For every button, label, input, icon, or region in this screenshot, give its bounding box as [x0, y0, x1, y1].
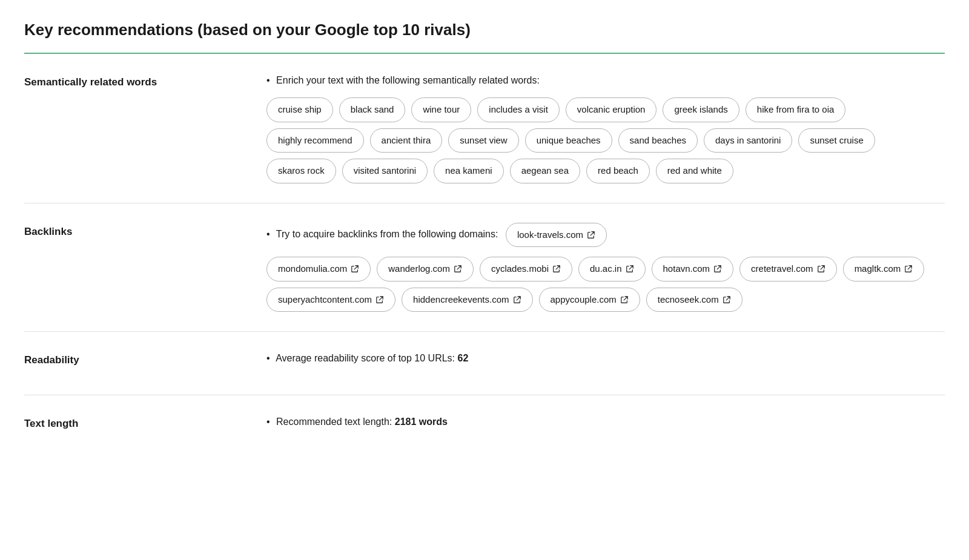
semantic-tag: red beach [586, 159, 650, 183]
external-link-icon [552, 265, 561, 273]
backlink-tag[interactable]: look-travels.com [506, 223, 607, 248]
backlink-tag[interactable]: mondomulia.com [266, 257, 371, 282]
backlinks-section: Backlinks • Try to acquire backlinks fro… [24, 203, 945, 332]
semantic-tag: greek islands [663, 97, 739, 122]
semantic-tag: unique beaches [525, 128, 612, 153]
semantic-tag: cruise ship [266, 97, 333, 122]
backlink-tag[interactable]: cyclades.mobi [480, 257, 572, 282]
semantic-tag: sunset view [448, 128, 518, 153]
semantic-tag: highly recommend [266, 128, 364, 153]
text-length-section-content: • Recommended text length: 2181 words [194, 415, 945, 439]
semantic-tag: hike from fira to oia [746, 97, 846, 122]
semantic-tag: black sand [339, 97, 406, 122]
bullet-point: • [266, 353, 270, 363]
semantic-tag: ancient thira [370, 128, 443, 153]
readability-intro: • Average readability score of top 10 UR… [266, 351, 945, 366]
semantic-tag: days in santorini [704, 128, 792, 153]
external-link-icon [620, 295, 629, 304]
backlink-tag[interactable]: wanderlog.com [377, 257, 474, 282]
text-length-section: Text length • Recommended text length: 2… [24, 395, 945, 458]
semantic-tag: includes a visit [477, 97, 560, 122]
semantic-tag: volcanic eruption [566, 97, 657, 122]
readability-section-content: • Average readability score of top 10 UR… [194, 351, 945, 375]
page-title: Key recommendations (based on your Googl… [24, 18, 945, 54]
backlinks-intro: • Try to acquire backlinks from the foll… [266, 223, 945, 248]
backlink-tag[interactable]: superyachtcontent.com [266, 288, 395, 312]
semantic-section-label: Semantically related words [24, 73, 194, 90]
backlink-tag[interactable]: hotavn.com [652, 257, 734, 282]
backlink-tag[interactable]: cretetravel.com [739, 257, 837, 282]
semantic-tag: aegean sea [510, 159, 580, 183]
backlink-tag[interactable]: appycouple.com [539, 288, 640, 312]
text-length-intro: • Recommended text length: 2181 words [266, 415, 945, 429]
external-link-icon [904, 265, 913, 273]
text-length-value: 2181 words [395, 417, 448, 427]
bullet-point: • [266, 229, 270, 239]
semantic-tag: red and white [656, 159, 733, 183]
readability-section: Readability • Average readability score … [24, 332, 945, 395]
semantic-section-content: • Enrich your text with the following se… [194, 73, 945, 183]
external-link-icon [375, 295, 384, 304]
backlinks-tags-container: mondomulia.com wanderlog.com cyclades.mo… [266, 257, 945, 312]
external-link-icon [626, 265, 634, 273]
external-link-icon [817, 265, 825, 273]
semantic-tag: wine tour [411, 97, 471, 122]
external-link-icon [723, 295, 731, 304]
text-length-section-label: Text length [24, 415, 194, 432]
semantic-section: Semantically related words • Enrich your… [24, 54, 945, 203]
bullet-point: • [266, 417, 270, 427]
semantic-tags-container: cruise shipblack sandwine tourincludes a… [266, 97, 945, 183]
backlink-tag[interactable]: du.ac.in [578, 257, 646, 282]
bullet-point: • [266, 75, 270, 85]
backlinks-section-content: • Try to acquire backlinks from the foll… [194, 223, 945, 312]
semantic-tag: nea kameni [434, 159, 504, 183]
page-container: Key recommendations (based on your Googl… [0, 0, 969, 476]
semantic-tag: sunset cruise [798, 128, 875, 153]
external-link-icon [713, 265, 722, 273]
semantic-tag: sand beaches [618, 128, 698, 153]
backlink-tag[interactable]: magltk.com [843, 257, 925, 282]
backlinks-section-label: Backlinks [24, 223, 194, 240]
backlink-tag[interactable]: tecnoseek.com [646, 288, 742, 312]
external-link-icon [587, 231, 595, 239]
external-link-icon [454, 265, 462, 273]
semantic-tag: skaros rock [266, 159, 336, 183]
external-link-icon [351, 265, 359, 273]
semantic-intro: • Enrich your text with the following se… [266, 73, 945, 88]
backlink-tag[interactable]: hiddencreekevents.com [402, 288, 532, 312]
external-link-icon [513, 295, 521, 304]
readability-score: 62 [458, 353, 469, 363]
semantic-tag: visited santorini [342, 159, 428, 183]
readability-section-label: Readability [24, 351, 194, 368]
